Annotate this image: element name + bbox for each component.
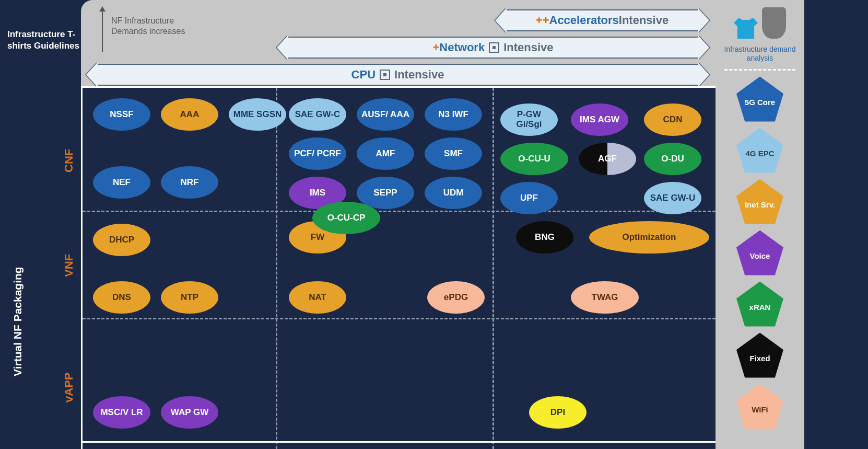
b2-prefix: + (432, 41, 439, 54)
nf-wap: WAP GW (161, 396, 218, 429)
nf-sae-u: SAE GW-U (644, 182, 701, 214)
legend-4gepc: 4G EPC (736, 128, 783, 173)
legend-divider (724, 69, 795, 71)
legend-inet: Inet Srv. (736, 179, 783, 224)
baseline (81, 441, 715, 443)
nf-smf: SMF (425, 137, 482, 170)
nf-odu: O-DU (644, 143, 701, 175)
left-title: Infrastructure T-shirts Guidelines (7, 29, 81, 52)
nf-msc: MSC/V LR (93, 396, 150, 429)
legend-5gcore: 5G Core (736, 77, 783, 122)
row-label-cnf: CNF (62, 149, 77, 172)
b3-prefix: ++ (536, 14, 549, 27)
nf-nrf: NRF (161, 166, 218, 199)
vline-2 (492, 88, 494, 449)
band-network: + Network Intensive (287, 37, 699, 59)
nf-twag: TWAG (571, 281, 639, 314)
nf-agf: AGF (579, 143, 636, 175)
b1-suf: Intensive (394, 68, 444, 82)
chip-icon-2 (380, 70, 390, 80)
legend-fixed: Fixed (736, 333, 783, 378)
nf-cdn: CDN (644, 103, 701, 136)
chip-icon (489, 42, 499, 53)
header-note: NF Infrastructure Demands increases (111, 16, 185, 37)
legend-voice: Voice (736, 231, 783, 275)
nf-dhcp: DHCP (93, 224, 150, 256)
nf-n3: N3 IWF (425, 98, 482, 131)
hnote2: Demands increases (111, 27, 185, 36)
b2-main: Network (439, 41, 485, 54)
legend-top-icons (734, 7, 786, 39)
hline-2 (83, 318, 715, 319)
arrow-up-icon (102, 10, 103, 52)
band-cpu: CPU Intensive (97, 64, 699, 86)
nf-dns: DNS (93, 281, 150, 314)
band-accelerators: ++ Accelerators Intensive (506, 9, 699, 31)
legend-panel: Infrastructure demand analysis 5G Core 4… (715, 0, 804, 449)
b1-main: CPU (351, 68, 376, 82)
legend-wifi: WiFi (736, 384, 783, 429)
nf-ocu-u: O-CU-U (500, 143, 568, 175)
nf-opt: Optimization (589, 221, 709, 254)
thinker-icon (762, 7, 786, 39)
nf-dpi: DPI (529, 396, 587, 429)
nf-aaa: AAA (161, 98, 218, 131)
b3-main: Accelerators (549, 14, 619, 27)
nf-imsagw: IMS AGW (571, 103, 628, 136)
legend-xran: xRAN (736, 282, 783, 327)
nf-upf: UPF (500, 182, 558, 214)
legend-caption: Infrastructure demand analysis (715, 45, 804, 63)
left-sidebar: Infrastructure T-shirts Guidelines Virtu… (0, 0, 81, 449)
nf-pgw: P-GW Gi/Sgi (500, 103, 558, 136)
nf-bng: BNG (516, 221, 573, 254)
b3-suf: Intensive (619, 14, 668, 27)
nf-nef: NEF (93, 166, 150, 199)
nf-ntp: NTP (161, 281, 218, 314)
b2-suf: Intensive (503, 41, 553, 54)
nf-nat: NAT (289, 281, 346, 314)
header-panel: NF Infrastructure Demands increases ++ A… (81, 0, 715, 86)
nf-nssf: NSSF (93, 98, 150, 131)
nf-epdg: ePDG (427, 281, 485, 314)
hline-1 (83, 211, 715, 212)
hnote1: NF Infrastructure (111, 16, 174, 25)
vline-1 (276, 88, 277, 449)
tshirt-icon (734, 18, 758, 39)
row-label-vapp: vAPP (62, 373, 77, 402)
main-grid: NSSF AAA MME SGSN SAE GW-C AUSF/ AAA N3 … (81, 86, 715, 449)
nf-amf: AMF (357, 137, 414, 170)
vertical-axis-label: Virtual NF Packaging (10, 267, 25, 376)
row-label-vnf: VNF (62, 254, 77, 277)
nf-ocu-cp: O-CU-CP (312, 202, 380, 234)
nf-ausf: AUSF/ AAA (357, 98, 414, 131)
nf-mme: MME SGSN (229, 98, 286, 131)
nf-pcf: PCF/ PCRF (289, 137, 346, 170)
nf-sae-c: SAE GW-C (289, 98, 346, 131)
nf-udm: UDM (425, 177, 482, 209)
